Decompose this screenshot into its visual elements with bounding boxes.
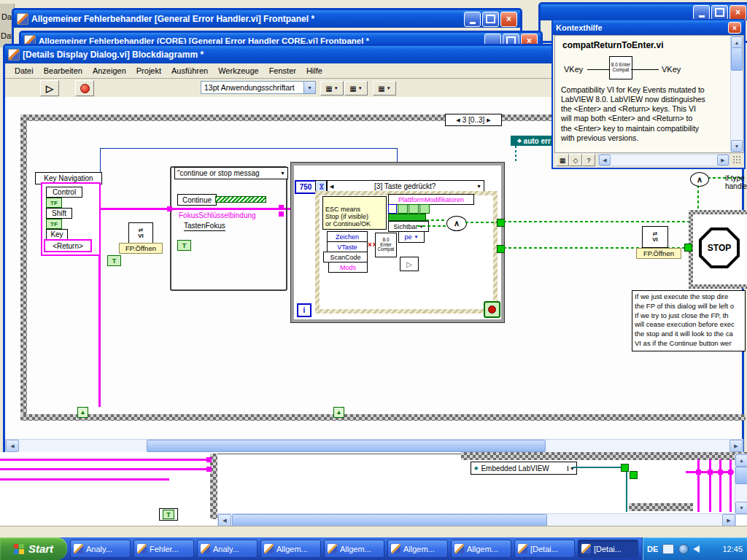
- menu-fenster[interactable]: Fenster: [264, 64, 301, 77]
- close-button[interactable]: ×: [500, 12, 517, 27]
- align-objects-icon: ▦: [325, 85, 332, 93]
- help-question-button[interactable]: ?: [582, 154, 595, 166]
- scroll-down-button[interactable]: ▼: [735, 502, 747, 514]
- task-button-2[interactable]: Fehler...: [133, 540, 194, 558]
- resize-objects-button[interactable]: ▦ ▼: [373, 81, 396, 96]
- scroll-up-button[interactable]: ▲: [731, 36, 743, 48]
- minimize-button[interactable]: [693, 5, 710, 20]
- context-help-window[interactable]: Kontexthilfe × compatReturnToEnter.vi VK…: [551, 19, 746, 169]
- task-button-6[interactable]: Allgem...: [387, 540, 448, 558]
- structure-border-v: [210, 454, 217, 519]
- desktop: Da Date × Allgemeiner Fehlerbehandler [G…: [0, 0, 747, 560]
- scroll-thumb[interactable]: [147, 440, 546, 452]
- wire-magenta-v: [729, 459, 732, 512]
- scroll-right-button[interactable]: ▶: [722, 514, 735, 526]
- menu-bearbeiten[interactable]: Bearbeiten: [39, 64, 88, 77]
- detailed-help-button[interactable]: ◇: [569, 154, 582, 166]
- bottom-vscrollbar[interactable]: ▲ ▼: [735, 454, 747, 515]
- task-button-4[interactable]: Allgem...: [260, 540, 321, 558]
- distribute-objects-button[interactable]: ▦ ▼: [344, 81, 368, 96]
- tunnel[interactable]: [718, 470, 723, 475]
- network-tray-icon[interactable]: [678, 544, 689, 554]
- task-button-9[interactable]: [Detai...: [578, 540, 638, 558]
- scroll-down-button[interactable]: ▼: [731, 140, 743, 152]
- maximize-button[interactable]: [711, 5, 728, 20]
- menu-projekt[interactable]: Projekt: [131, 64, 166, 77]
- scroll-thumb[interactable]: [735, 467, 747, 484]
- scroll-left-button[interactable]: ◀: [218, 514, 231, 526]
- wire-magenta: [0, 459, 212, 461]
- boolean-node[interactable]: T: [159, 508, 178, 521]
- help-hscrollbar[interactable]: ◀ ▶: [598, 154, 729, 166]
- menu-ausfuehren[interactable]: Ausführen: [166, 64, 213, 77]
- diamond-icon: ◆: [474, 465, 478, 471]
- wire-magenta-v: [709, 459, 711, 512]
- scroll-right-icon: ▶: [727, 518, 730, 524]
- run-button[interactable]: ▷: [40, 80, 59, 96]
- scroll-up-button[interactable]: ▲: [735, 454, 747, 467]
- main-window-title: [Details Display Dialog.vi] Blockdiagram…: [23, 50, 204, 60]
- scroll-right-icon: ▶: [734, 443, 738, 449]
- target-dropdown[interactable]: ◆ Embedded LabVIEW ▼: [471, 462, 577, 475]
- task-label: [Detai...: [530, 545, 558, 553]
- wire-magenta-v: [719, 459, 721, 512]
- task-label: Fehler...: [150, 545, 179, 553]
- window-bottom-strip: [0, 526, 747, 537]
- main-hscrollbar[interactable]: ◀ ▶: [5, 439, 743, 453]
- task-button-8[interactable]: [Detai...: [514, 540, 575, 558]
- close-button[interactable]: ×: [728, 22, 741, 34]
- task-label: Allgem...: [467, 545, 498, 553]
- scroll-thumb[interactable]: [731, 47, 743, 71]
- font-selector[interactable]: 13pt Anwendungsschriftart ▼: [201, 81, 316, 94]
- menu-hilfe[interactable]: Hilfe: [301, 64, 328, 77]
- task-button-3[interactable]: Analy...: [197, 540, 258, 558]
- scroll-left-button[interactable]: ◀: [6, 440, 19, 452]
- windows-flag-icon: [14, 544, 24, 554]
- language-indicator[interactable]: DE: [647, 545, 658, 553]
- lock-help-button[interactable]: ▦: [556, 154, 569, 166]
- task-button-1[interactable]: Analy...: [70, 540, 131, 558]
- tunnel[interactable]: [206, 467, 212, 472]
- maximize-icon: [715, 8, 724, 17]
- help-vscrollbar[interactable]: ▲ ▼: [730, 36, 743, 152]
- tunnel[interactable]: [696, 470, 701, 475]
- scroll-right-icon: ▶: [721, 158, 724, 163]
- minimize-button[interactable]: [464, 12, 481, 27]
- scroll-right-button[interactable]: ▶: [717, 155, 729, 166]
- task-button-5[interactable]: Allgem...: [324, 540, 384, 558]
- scroll-left-icon: ◀: [603, 158, 606, 163]
- help-window-title: Kontexthilfe: [556, 23, 603, 32]
- tunnel[interactable]: [206, 457, 212, 462]
- distribute-objects-icon: ▦: [349, 85, 356, 93]
- menu-datei[interactable]: Datei: [9, 64, 39, 77]
- help-bottom-bar: ▦ ◇ ? ◀ ▶: [554, 153, 743, 166]
- tunnel-green[interactable]: [621, 464, 629, 472]
- menu-werkzeuge[interactable]: Werkzeuge: [213, 64, 263, 77]
- help-titlebar[interactable]: Kontexthilfe ×: [553, 20, 744, 35]
- close-button[interactable]: ×: [729, 5, 746, 20]
- wire-magenta-v: [697, 459, 700, 512]
- tunnel[interactable]: [708, 470, 713, 475]
- start-button[interactable]: Start: [0, 537, 67, 560]
- tunnel-green[interactable]: [630, 471, 638, 479]
- task-app-icon: [328, 544, 337, 553]
- volume-tray-icon[interactable]: [693, 545, 700, 553]
- resize-grip[interactable]: [732, 155, 741, 164]
- task-button-7[interactable]: Allgem...: [451, 540, 511, 558]
- taskbar: Start Analy... Fehler... Analy... Allgem…: [0, 537, 747, 560]
- abort-button[interactable]: [75, 80, 94, 96]
- keyboard-tray-icon[interactable]: [662, 544, 674, 554]
- scroll-right-button[interactable]: ▶: [729, 440, 743, 452]
- align-objects-button[interactable]: ▦ ▼: [320, 81, 344, 96]
- help-vi-name: compatReturnToEnter.vi: [562, 40, 663, 50]
- task-label: Analy...: [86, 545, 112, 553]
- scroll-left-button[interactable]: ◀: [599, 155, 611, 166]
- true-constant: T: [163, 510, 174, 519]
- tunnel[interactable]: [728, 470, 733, 475]
- scroll-down-icon: ▼: [739, 505, 744, 510]
- maximize-button[interactable]: [482, 12, 499, 27]
- scroll-thumb[interactable]: [232, 514, 547, 526]
- chevron-down-icon: ▼: [358, 86, 363, 90]
- run-icon: ▷: [46, 83, 53, 94]
- menu-anzeigen[interactable]: Anzeigen: [88, 64, 131, 77]
